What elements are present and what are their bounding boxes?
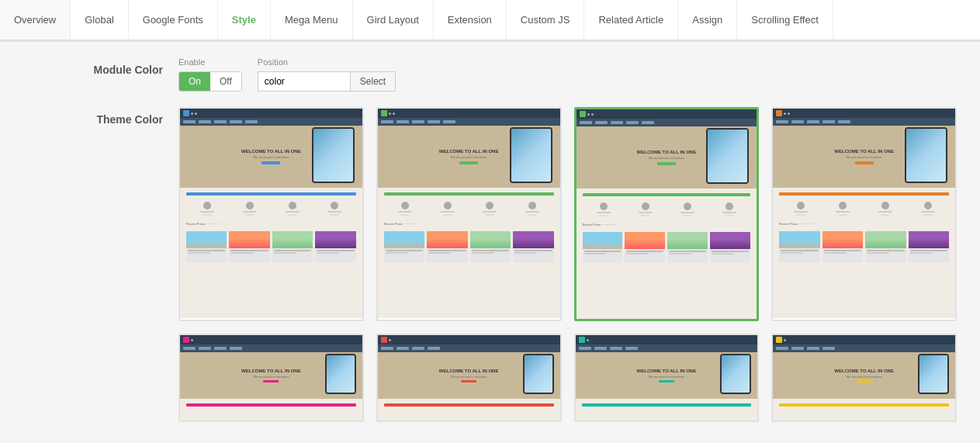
card-inner-8: WELCOME TO ALL IN ONE We are proud to in… [773,335,955,421]
card-inner-4: WELCOME TO ALL IN ONE We are proud to in… [773,109,955,318]
position-input[interactable] [258,71,351,92]
select-button[interactable]: Select [351,71,396,92]
theme-card-1[interactable]: WELCOME TO ALL IN ONE We are proud to in… [178,107,364,321]
tab-assign[interactable]: Assign [678,0,737,40]
theme-card-5[interactable]: WELCOME TO ALL IN ONE We are proud to in… [178,334,364,422]
module-color-control: Enable On Off Position Select [178,57,957,92]
position-label: Position [258,57,396,67]
main-content: Module Color Enable On Off Position Sele… [0,42,980,443]
tab-google-fonts[interactable]: Google Fonts [129,0,218,40]
tabs-container: Overview Global Google Fonts Style Mega … [0,0,980,42]
theme-card-2[interactable]: WELCOME TO ALL IN ONE We are proud to in… [376,107,562,321]
theme-card-6[interactable]: WELCOME TO ALL IN ONE We are proud to in… [376,334,562,422]
enable-label: Enable [178,57,242,67]
theme-color-row: Theme Color WELCOME TO ALL IN ONE We are… [23,107,957,422]
tab-style[interactable]: Style [218,0,271,40]
toggle-button[interactable]: On Off [178,71,242,92]
theme-card-4[interactable]: WELCOME TO ALL IN ONE We are proud to in… [771,107,957,321]
theme-color-label: Theme Color [23,107,178,126]
tab-gird-layout[interactable]: Gird Layout [353,0,434,40]
toggle-on[interactable]: On [179,72,210,91]
position-input-row: Select [258,71,396,92]
toggle-off[interactable]: Off [210,72,241,91]
theme-grid: WELCOME TO ALL IN ONE We are proud to in… [178,107,957,422]
theme-card-8[interactable]: WELCOME TO ALL IN ONE We are proud to in… [771,334,957,422]
theme-card-3[interactable]: WELCOME TO ALL IN ONE We are proud to in… [574,107,760,321]
position-group: Position Select [258,57,396,92]
card-inner-7: WELCOME TO ALL IN ONE We are proud to in… [576,335,758,421]
tab-custom-js[interactable]: Custom JS [507,0,585,40]
tab-global[interactable]: Global [71,0,129,40]
tab-mega-menu[interactable]: Mega Menu [271,0,353,40]
enable-group: Enable On Off [178,57,242,92]
tab-related-article[interactable]: Related Article [584,0,678,40]
card-inner-1: WELCOME TO ALL IN ONE We are proud to in… [180,109,362,318]
module-color-row: Module Color Enable On Off Position Sele… [23,57,957,92]
theme-color-control: WELCOME TO ALL IN ONE We are proud to in… [178,107,957,422]
tab-overview[interactable]: Overview [0,0,71,40]
module-color-label: Module Color [23,57,178,76]
card-inner-5: WELCOME TO ALL IN ONE We are proud to in… [180,335,362,421]
card-inner-6: WELCOME TO ALL IN ONE We are proud to in… [378,335,560,421]
tab-scrolling-effect[interactable]: Scrolling Effect [737,0,833,40]
nav-tabs: Overview Global Google Fonts Style Mega … [0,0,980,40]
card-inner-2: WELCOME TO ALL IN ONE We are proud to in… [378,109,560,318]
card-inner-3: WELCOME TO ALL IN ONE We are proud to in… [577,109,757,319]
tab-extension[interactable]: Extension [434,0,507,40]
theme-card-7[interactable]: WELCOME TO ALL IN ONE We are proud to in… [574,334,760,422]
